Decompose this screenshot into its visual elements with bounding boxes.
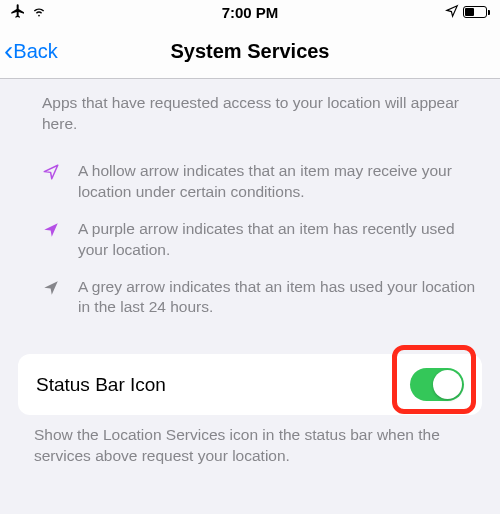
toggle-knob [433, 370, 462, 399]
back-button[interactable]: ‹ Back [0, 37, 58, 65]
battery-icon [463, 6, 490, 18]
status-left [10, 3, 48, 22]
status-bar-icon-toggle[interactable] [410, 368, 464, 401]
status-bar: 7:00 PM [0, 0, 500, 24]
content: Apps that have requested access to your … [0, 79, 500, 467]
footer-text: Show the Location Services icon in the s… [0, 415, 500, 467]
settings-group: Status Bar Icon [0, 354, 500, 415]
wifi-icon [30, 4, 48, 21]
legend-hollow-text: A hollow arrow indicates that an item ma… [78, 161, 480, 203]
location-arrow-hollow-icon [42, 161, 64, 203]
page-title: System Services [170, 40, 329, 63]
legend-grey: A grey arrow indicates that an item has … [0, 269, 500, 327]
chevron-left-icon: ‹ [4, 37, 13, 65]
intro-text: Apps that have requested access to your … [0, 79, 500, 153]
status-bar-icon-label: Status Bar Icon [36, 374, 166, 396]
location-icon [445, 4, 459, 21]
nav-bar: ‹ Back System Services [0, 24, 500, 79]
status-right [445, 4, 490, 21]
location-arrow-purple-icon [42, 219, 64, 261]
legend-hollow: A hollow arrow indicates that an item ma… [0, 153, 500, 211]
location-arrow-grey-icon [42, 277, 64, 319]
legend-grey-text: A grey arrow indicates that an item has … [78, 277, 480, 319]
status-time: 7:00 PM [222, 4, 279, 21]
legend-purple: A purple arrow indicates that an item ha… [0, 211, 500, 269]
status-bar-icon-row: Status Bar Icon [18, 354, 482, 415]
legend-purple-text: A purple arrow indicates that an item ha… [78, 219, 480, 261]
back-label: Back [13, 40, 57, 63]
airplane-icon [10, 3, 26, 22]
